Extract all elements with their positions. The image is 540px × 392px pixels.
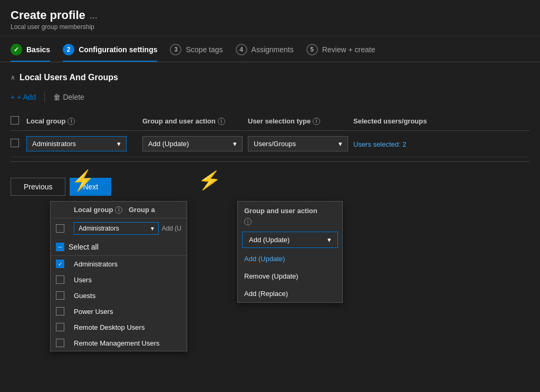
step-review[interactable]: 5 Review + create: [306, 44, 375, 62]
remote-management-checkbox[interactable]: [56, 339, 64, 347]
action-add-update-label: Add (Update): [244, 255, 285, 263]
row-checkbox[interactable]: [11, 139, 19, 147]
add-icon: +: [11, 93, 15, 101]
administrators-label: Administrators: [74, 260, 181, 268]
action-add-replace[interactable]: Add (Replace): [238, 285, 342, 302]
action-add-update[interactable]: Add (Update): [238, 250, 342, 267]
users-item[interactable]: Users: [51, 272, 187, 288]
delete-label: Delete: [63, 93, 84, 101]
power-users-label: Power Users: [74, 308, 181, 315]
wizard-steps: ✓ Basics 2 Configuration settings 3 Scop…: [0, 36, 540, 62]
action-popup-subtitle: i: [238, 217, 342, 230]
next-button[interactable]: Next: [70, 178, 111, 196]
users-selected-link[interactable]: Users selected: 2: [353, 140, 406, 148]
popup-local-group-col: Local group i: [74, 206, 127, 214]
ellipsis-icon: ...: [90, 10, 98, 21]
row-selected-users-cell: Users selected: 2: [353, 140, 529, 148]
select-all-row[interactable]: ─ Select all: [51, 238, 187, 256]
previous-button[interactable]: Previous: [11, 178, 65, 196]
col-group-action: Group and user action i: [142, 117, 248, 125]
user-selection-value: Users/Groups: [254, 140, 296, 148]
col-local-group-label: Local group: [26, 117, 65, 125]
local-group-value: Administrators: [32, 140, 76, 148]
guests-item[interactable]: Guests: [51, 288, 187, 303]
popup-dropdown-value: Administrators: [79, 225, 119, 232]
step-configuration[interactable]: 2 Configuration settings: [63, 44, 157, 62]
chevron-down-icon-popup: ▾: [151, 225, 154, 232]
delete-button[interactable]: 🗑 Delete: [53, 91, 84, 103]
step5-circle: 5: [306, 44, 318, 55]
popup-row-checkbox[interactable]: [56, 224, 64, 233]
popup-local-group-info-icon: i: [115, 206, 122, 214]
header-checkbox[interactable]: [11, 116, 19, 125]
power-users-item[interactable]: Power Users: [51, 303, 187, 319]
user-selection-dropdown[interactable]: Users/Groups ▾: [248, 136, 348, 151]
step4-circle: 4: [236, 44, 247, 55]
local-group-popup: Local group i Group a Administrators ▾ A…: [50, 201, 187, 351]
remote-desktop-label: Remote Desktop Users: [74, 323, 181, 331]
page-header: Create profile ... Local user group memb…: [0, 0, 540, 36]
action-chevron-icon: ▾: [327, 236, 331, 244]
remote-desktop-users-item[interactable]: Remote Desktop Users: [51, 319, 187, 335]
select-all-checkbox[interactable]: ─: [56, 243, 64, 251]
action-popup-title-text: Group and user action: [244, 207, 317, 215]
power-users-checkbox[interactable]: [56, 307, 64, 315]
user-selection-info-icon: i: [313, 118, 320, 125]
chevron-down-icon-2: ▾: [233, 140, 237, 148]
action-popup: Group and user action i Add (Update) ▾ A…: [237, 201, 343, 303]
chevron-down-icon: ▾: [117, 140, 121, 148]
step2-label: Configuration settings: [79, 45, 157, 54]
popup-header-row: Local group i Group a: [51, 202, 187, 218]
users-checkbox[interactable]: [56, 275, 64, 284]
col-selected-users-label: Selected users/groups: [353, 117, 427, 125]
step-basics[interactable]: ✓ Basics: [11, 44, 50, 62]
col-user-selection-label: User selection type: [248, 117, 311, 125]
administrators-checkbox[interactable]: ✓: [56, 260, 64, 268]
action-add-replace-label: Add (Replace): [244, 290, 288, 298]
popup-local-group-label: Local group: [74, 206, 113, 214]
administrators-item[interactable]: ✓ Administrators: [51, 256, 187, 272]
main-content: ∧ Local Users And Groups + + Add 🗑 Delet…: [0, 62, 540, 392]
table-row: Administrators ▾ Add (Update) ▾ Users/Gr…: [11, 131, 529, 157]
toolbar: + + Add 🗑 Delete: [11, 91, 529, 103]
popup-dropdown-row: Administrators ▾ Add (U: [51, 218, 187, 238]
select-all-label: Select all: [69, 243, 99, 251]
step3-circle: 3: [170, 44, 181, 55]
step-scopetags[interactable]: 3 Scope tags: [170, 44, 223, 62]
local-group-info-icon: i: [68, 118, 75, 125]
header-title-row: Create profile ...: [11, 8, 529, 22]
popup-add-label: Add (U: [162, 225, 181, 232]
step-assignments[interactable]: 4 Assignments: [236, 44, 294, 62]
remote-desktop-checkbox[interactable]: [56, 323, 64, 331]
remote-management-label: Remote Management Users: [74, 339, 181, 347]
section-chevron-icon: ∧: [11, 74, 15, 81]
col-user-selection: User selection type i: [248, 117, 353, 125]
guests-checkbox[interactable]: [56, 291, 64, 300]
nav-buttons: Previous Next: [11, 178, 529, 196]
step5-label: Review + create: [322, 45, 375, 54]
action-current-value: Add (Update): [249, 236, 290, 244]
col-selected-users: Selected users/groups: [353, 117, 529, 125]
delete-icon: 🗑: [53, 93, 61, 101]
table-header: Local group i Group and user action i Us…: [11, 112, 529, 131]
group-action-info-icon: i: [218, 118, 225, 125]
header-checkbox-col: [11, 116, 26, 126]
popup-row-controls: Administrators ▾ Add (U: [74, 222, 181, 235]
page-title: Create profile: [11, 8, 85, 22]
col-local-group: Local group i: [26, 117, 142, 125]
group-action-dropdown[interactable]: Add (Update) ▾: [142, 136, 243, 151]
action-popup-title: Group and user action: [238, 202, 342, 217]
page-subtitle: Local user group membership: [11, 23, 529, 31]
row-checkbox-col: [11, 139, 26, 149]
action-popup-selected[interactable]: Add (Update) ▾: [242, 232, 338, 248]
popup-local-group-dropdown[interactable]: Administrators ▾: [74, 222, 159, 235]
action-remove-update-label: Remove (Update): [244, 272, 298, 280]
add-button[interactable]: + + Add: [11, 91, 36, 103]
row-local-group-cell: Administrators ▾: [26, 136, 142, 151]
action-remove-update[interactable]: Remove (Update): [238, 267, 342, 285]
action-popup-info-icon: i: [244, 218, 252, 225]
remote-management-users-item[interactable]: Remote Management Users: [51, 335, 187, 351]
local-group-dropdown[interactable]: Administrators ▾: [26, 136, 127, 151]
step2-circle: 2: [63, 44, 74, 55]
row-user-selection-cell: Users/Groups ▾: [248, 136, 353, 151]
